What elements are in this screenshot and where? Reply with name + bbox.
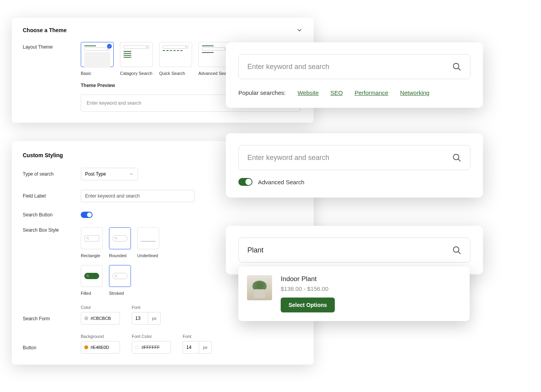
bg-label: Background	[81, 334, 120, 339]
svg-line-11	[458, 159, 460, 161]
search-box-style-label: Search Box Style	[23, 227, 81, 233]
btn-style-caption: Stroked	[109, 291, 131, 296]
popular-link[interactable]: Performance	[355, 89, 389, 96]
chevron-down-icon	[129, 172, 134, 176]
unit-px: px	[199, 341, 212, 354]
panel-header[interactable]: Choose a Theme	[23, 27, 303, 33]
font-label: Font	[183, 334, 212, 339]
search-form-label: Search Form	[23, 316, 81, 325]
preview-basic-card: Popular searches: Website SEO Performanc…	[226, 42, 483, 108]
select-value: Post Type	[85, 171, 106, 177]
svg-line-1	[88, 239, 89, 240]
btn-bg-input[interactable]: #E48E0D	[81, 341, 120, 354]
field-label-label: Field Label	[23, 193, 81, 199]
btn-font-input[interactable]	[183, 341, 199, 354]
box-style-caption: Rectangle	[81, 253, 103, 258]
theme-option-category[interactable]: Catagory Search	[120, 42, 153, 76]
svg-point-6	[115, 275, 116, 276]
color-value: #E48E0D	[91, 345, 109, 350]
advanced-search-label: Advanced Search	[258, 179, 304, 185]
svg-line-7	[116, 276, 117, 277]
svg-point-4	[87, 275, 88, 276]
chevron-down-icon	[296, 27, 303, 33]
unit-px: px	[148, 312, 161, 325]
result-price: $138.00 - $156.00	[281, 285, 335, 292]
form-font-input[interactable]	[132, 312, 148, 325]
search-input-container	[238, 145, 470, 170]
svg-line-5	[88, 276, 89, 277]
btn-style-stroked[interactable]: Stroked	[109, 265, 131, 296]
panel-title: Choose a Theme	[23, 27, 67, 33]
font-color-label: Font Color	[132, 334, 171, 339]
box-style-underlined[interactable]: Underlined	[137, 227, 159, 258]
search-input[interactable]	[247, 154, 447, 162]
preview-advanced-card: Advanced Search	[226, 133, 483, 198]
form-color-input[interactable]: #CBCBCB	[81, 312, 120, 325]
search-result-popup: Indoor Plant $138.00 - $156.00 Select Op…	[238, 267, 470, 321]
search-icon[interactable]	[452, 153, 461, 162]
theme-options: Basic Catagory Search Quick Search	[81, 42, 232, 76]
box-style-caption: Rounded	[109, 253, 131, 258]
layout-theme-label: Layout Theme	[23, 42, 81, 50]
theme-caption: Quick Search	[159, 71, 192, 76]
theme-option-quick[interactable]: Quick Search	[159, 42, 192, 76]
search-icon[interactable]	[452, 62, 461, 71]
btn-style-caption: Filled	[81, 291, 103, 296]
search-input-container	[238, 238, 470, 263]
theme-option-basic[interactable]: Basic	[81, 42, 114, 76]
svg-point-0	[87, 237, 88, 239]
popular-label: Popular searches:	[238, 89, 286, 96]
svg-line-9	[458, 68, 460, 70]
popular-searches: Popular searches: Website SEO Performanc…	[238, 89, 470, 96]
search-button-label: Search Button	[23, 212, 81, 218]
popular-link[interactable]: SEO	[330, 89, 343, 96]
search-icon[interactable]	[452, 245, 461, 255]
color-value: #FFFFFF	[142, 345, 160, 350]
svg-point-2	[115, 237, 116, 239]
type-of-search-select[interactable]: Post Type	[81, 168, 138, 180]
advanced-search-toggle[interactable]	[238, 178, 252, 186]
type-of-search-label: Type of search	[23, 171, 81, 177]
select-options-button[interactable]: Select Options	[281, 298, 335, 312]
color-value: #CBCBCB	[91, 316, 111, 321]
search-button-toggle[interactable]	[81, 212, 93, 218]
box-style-caption: Underlined	[137, 253, 159, 258]
check-icon	[107, 44, 112, 49]
font-label: Font	[132, 305, 161, 310]
search-input[interactable]	[247, 63, 447, 71]
result-thumbnail[interactable]	[247, 275, 272, 300]
box-style-rectangle[interactable]: Rectangle	[81, 227, 103, 258]
search-input-container	[238, 54, 470, 79]
field-label-input[interactable]	[81, 190, 194, 202]
svg-line-13	[458, 252, 460, 254]
advanced-search-toggle-row: Advanced Search	[238, 178, 470, 186]
btn-font-color-input[interactable]: #FFFFFF	[132, 341, 171, 354]
btn-style-filled[interactable]: Filled	[81, 265, 103, 296]
color-label: Color	[81, 305, 120, 310]
button-label: Button	[23, 345, 81, 354]
search-input[interactable]	[247, 246, 447, 254]
popular-link[interactable]: Website	[298, 89, 319, 96]
box-style-rounded[interactable]: Rounded	[109, 227, 131, 258]
svg-line-3	[116, 239, 117, 240]
popular-link[interactable]: Networking	[400, 89, 429, 96]
result-title[interactable]: Indoor Plant	[281, 275, 335, 283]
theme-caption: Catagory Search	[120, 71, 153, 76]
theme-caption: Basic	[81, 71, 114, 76]
